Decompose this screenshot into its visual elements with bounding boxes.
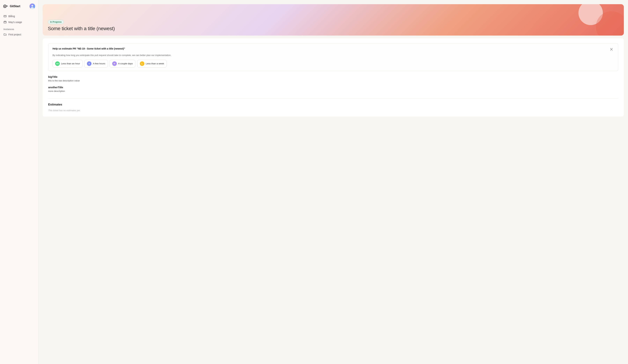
estimate-title-prefix: Help us estimate PR	[53, 47, 77, 50]
estimate-options: XS Less than an hour S A few hours M A c…	[53, 60, 614, 67]
estimate-option-xs[interactable]: XS Less than an hour	[53, 60, 82, 67]
sidebar: GitStart Bi	[0, 0, 38, 364]
estimate-option-s[interactable]: S A few hours	[84, 60, 108, 67]
estimate-title-bold: "NE-19 - Some ticket with a title (newes…	[77, 47, 125, 50]
svg-rect-7	[4, 21, 6, 23]
no-estimates-text: This ticket has no estimates yet.	[48, 109, 618, 112]
desc-bigtitle-heading: bigTitle	[48, 75, 618, 78]
estimate-option-xs-label: Less than an hour	[61, 62, 80, 65]
desc-anothertitle-text: more description	[48, 89, 618, 93]
billing-icon	[3, 15, 7, 18]
calendar-icon	[3, 21, 7, 24]
sidebar-item-billing[interactable]: Billing	[1, 13, 37, 19]
sidebar-logo: GitStart	[0, 3, 38, 13]
size-badge-xs: XS	[55, 61, 60, 66]
estimates-heading: Estimates	[48, 103, 618, 106]
instances-section-label: Instances	[0, 25, 38, 32]
sidebar-item-mays-usage[interactable]: May's usage	[1, 19, 37, 25]
estimates-section: Estimates This ticket has no estimates y…	[48, 99, 618, 112]
estimate-option-l[interactable]: L Less than a week	[137, 60, 167, 67]
estimate-option-m-label: A couple days	[118, 62, 133, 65]
desc-anothertitle-heading: anotherTitle	[48, 86, 618, 89]
svg-point-1	[4, 6, 5, 7]
svg-point-3	[31, 5, 33, 7]
billing-label: Billing	[8, 15, 15, 18]
desc-bigtitle-text: this is the raw description value	[48, 79, 618, 82]
estimate-description: By indicating how long you anticipate th…	[53, 54, 614, 57]
main-content: In Progress Some ticket with a title (ne…	[38, 0, 628, 364]
estimate-card: Help us estimate PR "NE-19 - Some ticket…	[48, 43, 618, 71]
estimate-option-l-label: Less than a week	[146, 62, 164, 65]
mays-usage-label: May's usage	[8, 21, 22, 24]
hero-title: Some ticket with a title (newest)	[48, 26, 115, 31]
status-badge: In Progress	[48, 20, 64, 24]
folder-icon	[3, 33, 7, 36]
hero-banner: In Progress Some ticket with a title (ne…	[43, 4, 624, 36]
svg-rect-5	[4, 15, 6, 17]
instances-nav: First project	[0, 32, 38, 38]
close-button[interactable]	[609, 47, 614, 52]
content-area: Help us estimate PR "NE-19 - Some ticket…	[43, 38, 624, 117]
estimate-option-s-label: A few hours	[93, 62, 105, 65]
first-project-label: First project	[8, 33, 21, 36]
gitstart-logo-icon	[3, 4, 8, 8]
user-avatar[interactable]	[29, 3, 35, 9]
sidebar-item-first-project[interactable]: First project	[1, 32, 37, 38]
estimate-title: Help us estimate PR "NE-19 - Some ticket…	[53, 47, 125, 51]
logo-text: GitStart	[10, 4, 20, 8]
size-badge-s: S	[87, 61, 91, 66]
desc-section-anothertitle: anotherTitle more description	[48, 86, 618, 93]
sidebar-nav: Billing May's usage	[0, 13, 38, 25]
hero-content: In Progress Some ticket with a title (ne…	[48, 20, 115, 31]
estimate-option-m[interactable]: M A couple days	[110, 60, 136, 67]
size-badge-m: M	[112, 61, 117, 66]
desc-section-bigtitle: bigTitle this is the raw description val…	[48, 75, 618, 82]
size-badge-l: L	[140, 61, 144, 66]
estimate-header: Help us estimate PR "NE-19 - Some ticket…	[53, 47, 614, 52]
